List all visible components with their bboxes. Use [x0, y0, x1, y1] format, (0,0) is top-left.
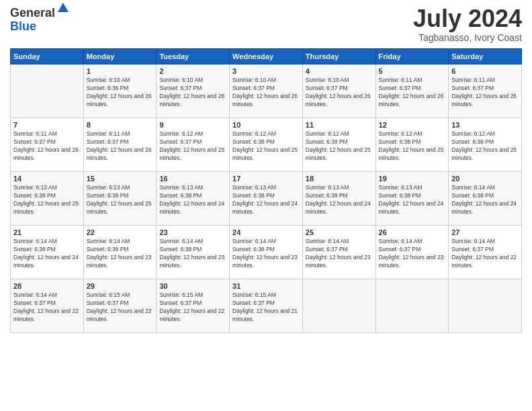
day-info: Sunrise: 6:10 AM Sunset: 6:37 PM Dayligh… — [159, 77, 226, 109]
calendar-cell: 25 Sunrise: 6:14 AM Sunset: 6:37 PM Dayl… — [302, 226, 375, 279]
day-number: 9 — [159, 121, 226, 129]
logo-general: General — [10, 7, 55, 20]
calendar-cell — [449, 279, 522, 333]
day-number: 24 — [232, 228, 300, 236]
day-number: 1 — [87, 67, 154, 75]
day-number: 14 — [13, 175, 81, 183]
header-row: Sunday Monday Tuesday Wednesday Thursday… — [11, 49, 522, 64]
day-number: 20 — [451, 175, 519, 183]
day-number: 26 — [379, 228, 446, 236]
day-number: 23 — [159, 228, 226, 236]
day-number: 12 — [379, 121, 446, 129]
day-number: 22 — [87, 228, 154, 236]
day-number: 11 — [306, 121, 373, 129]
calendar-week-5: 28 Sunrise: 6:14 AM Sunset: 6:37 PM Dayl… — [11, 279, 522, 333]
logo-icon — [56, 1, 70, 15]
day-info: Sunrise: 6:15 AM Sunset: 6:37 PM Dayligh… — [159, 291, 226, 324]
col-tuesday: Tuesday — [157, 49, 230, 64]
day-number: 5 — [379, 67, 446, 75]
day-info: Sunrise: 6:10 AM Sunset: 6:37 PM Dayligh… — [306, 77, 373, 109]
day-number: 27 — [451, 228, 519, 236]
month-title: July 2024 — [413, 7, 522, 31]
day-number: 10 — [232, 121, 300, 129]
calendar-cell: 6 Sunrise: 6:11 AM Sunset: 6:37 PM Dayli… — [449, 64, 522, 118]
day-info: Sunrise: 6:11 AM Sunset: 6:37 PM Dayligh… — [87, 130, 154, 163]
day-number: 19 — [379, 175, 446, 183]
day-number: 28 — [13, 282, 81, 290]
logo-blue: Blue — [10, 20, 55, 34]
calendar-cell: 14 Sunrise: 6:13 AM Sunset: 6:38 PM Dayl… — [11, 172, 84, 226]
col-saturday: Saturday — [449, 49, 522, 64]
day-info: Sunrise: 6:12 AM Sunset: 6:38 PM Dayligh… — [379, 130, 446, 163]
day-info: Sunrise: 6:14 AM Sunset: 6:37 PM Dayligh… — [306, 238, 373, 270]
calendar-cell: 22 Sunrise: 6:14 AM Sunset: 6:38 PM Dayl… — [83, 226, 157, 279]
day-number: 8 — [87, 121, 154, 129]
day-number: 3 — [232, 67, 300, 75]
calendar-cell: 1 Sunrise: 6:10 AM Sunset: 6:36 PM Dayli… — [83, 64, 157, 118]
calendar-cell — [375, 279, 449, 333]
calendar-cell: 9 Sunrise: 6:12 AM Sunset: 6:37 PM Dayli… — [157, 118, 230, 172]
calendar-cell — [11, 64, 84, 118]
calendar-cell — [302, 279, 375, 333]
day-info: Sunrise: 6:15 AM Sunset: 6:37 PM Dayligh… — [87, 291, 154, 324]
calendar-week-4: 21 Sunrise: 6:14 AM Sunset: 6:38 PM Dayl… — [11, 226, 522, 279]
day-info: Sunrise: 6:11 AM Sunset: 6:37 PM Dayligh… — [13, 130, 81, 163]
col-thursday: Thursday — [302, 49, 375, 64]
calendar-cell: 12 Sunrise: 6:12 AM Sunset: 6:38 PM Dayl… — [375, 118, 449, 172]
day-number: 7 — [13, 121, 81, 129]
day-number: 15 — [87, 175, 154, 183]
day-info: Sunrise: 6:12 AM Sunset: 6:38 PM Dayligh… — [451, 130, 519, 163]
col-friday: Friday — [375, 49, 449, 64]
calendar-cell: 23 Sunrise: 6:14 AM Sunset: 6:38 PM Dayl… — [157, 226, 230, 279]
day-number: 29 — [87, 282, 154, 290]
calendar-cell: 15 Sunrise: 6:13 AM Sunset: 6:38 PM Dayl… — [83, 172, 157, 226]
day-info: Sunrise: 6:10 AM Sunset: 6:37 PM Dayligh… — [232, 77, 300, 109]
calendar-cell: 4 Sunrise: 6:10 AM Sunset: 6:37 PM Dayli… — [302, 64, 375, 118]
calendar-week-1: 1 Sunrise: 6:10 AM Sunset: 6:36 PM Dayli… — [11, 64, 522, 118]
calendar-cell: 11 Sunrise: 6:12 AM Sunset: 6:38 PM Dayl… — [302, 118, 375, 172]
day-info: Sunrise: 6:14 AM Sunset: 6:37 PM Dayligh… — [379, 238, 446, 270]
day-info: Sunrise: 6:14 AM Sunset: 6:38 PM Dayligh… — [87, 238, 154, 270]
day-info: Sunrise: 6:14 AM Sunset: 6:38 PM Dayligh… — [232, 238, 300, 270]
col-wednesday: Wednesday — [230, 49, 303, 64]
calendar-cell: 7 Sunrise: 6:11 AM Sunset: 6:37 PM Dayli… — [11, 118, 84, 172]
day-info: Sunrise: 6:13 AM Sunset: 6:38 PM Dayligh… — [306, 184, 373, 216]
day-info: Sunrise: 6:14 AM Sunset: 6:38 PM Dayligh… — [451, 184, 519, 216]
title-area: July 2024 Tagbanasso, Ivory Coast — [413, 7, 522, 43]
calendar-cell: 27 Sunrise: 6:14 AM Sunset: 6:37 PM Dayl… — [449, 226, 522, 279]
day-info: Sunrise: 6:14 AM Sunset: 6:38 PM Dayligh… — [13, 238, 81, 270]
day-number: 17 — [232, 175, 300, 183]
calendar-cell: 2 Sunrise: 6:10 AM Sunset: 6:37 PM Dayli… — [157, 64, 230, 118]
calendar-cell: 10 Sunrise: 6:12 AM Sunset: 6:38 PM Dayl… — [230, 118, 303, 172]
day-info: Sunrise: 6:12 AM Sunset: 6:38 PM Dayligh… — [306, 130, 373, 163]
calendar-cell: 21 Sunrise: 6:14 AM Sunset: 6:38 PM Dayl… — [11, 226, 84, 279]
calendar-cell: 3 Sunrise: 6:10 AM Sunset: 6:37 PM Dayli… — [230, 64, 303, 118]
day-number: 30 — [159, 282, 226, 290]
calendar-cell: 20 Sunrise: 6:14 AM Sunset: 6:38 PM Dayl… — [449, 172, 522, 226]
day-number: 16 — [159, 175, 226, 183]
logo: General Blue — [10, 7, 70, 34]
day-info: Sunrise: 6:14 AM Sunset: 6:38 PM Dayligh… — [159, 238, 226, 270]
calendar-cell: 16 Sunrise: 6:13 AM Sunset: 6:38 PM Dayl… — [157, 172, 230, 226]
day-number: 6 — [451, 67, 519, 75]
day-info: Sunrise: 6:13 AM Sunset: 6:38 PM Dayligh… — [159, 184, 226, 216]
day-number: 31 — [232, 282, 300, 290]
calendar-cell: 13 Sunrise: 6:12 AM Sunset: 6:38 PM Dayl… — [449, 118, 522, 172]
day-info: Sunrise: 6:15 AM Sunset: 6:37 PM Dayligh… — [232, 291, 300, 324]
day-number: 13 — [451, 121, 519, 129]
col-monday: Monday — [83, 49, 157, 64]
day-number: 25 — [306, 228, 373, 236]
day-info: Sunrise: 6:10 AM Sunset: 6:36 PM Dayligh… — [87, 77, 154, 109]
day-info: Sunrise: 6:13 AM Sunset: 6:38 PM Dayligh… — [379, 184, 446, 216]
calendar-cell: 30 Sunrise: 6:15 AM Sunset: 6:37 PM Dayl… — [157, 279, 230, 333]
day-info: Sunrise: 6:12 AM Sunset: 6:37 PM Dayligh… — [159, 130, 226, 163]
calendar-cell: 8 Sunrise: 6:11 AM Sunset: 6:37 PM Dayli… — [83, 118, 157, 172]
calendar-cell: 24 Sunrise: 6:14 AM Sunset: 6:38 PM Dayl… — [230, 226, 303, 279]
calendar-cell: 28 Sunrise: 6:14 AM Sunset: 6:37 PM Dayl… — [11, 279, 84, 333]
day-info: Sunrise: 6:13 AM Sunset: 6:38 PM Dayligh… — [87, 184, 154, 216]
day-info: Sunrise: 6:13 AM Sunset: 6:38 PM Dayligh… — [13, 184, 81, 216]
day-info: Sunrise: 6:14 AM Sunset: 6:37 PM Dayligh… — [451, 238, 519, 270]
day-number: 4 — [306, 67, 373, 75]
calendar-cell: 31 Sunrise: 6:15 AM Sunset: 6:37 PM Dayl… — [230, 279, 303, 333]
day-info: Sunrise: 6:11 AM Sunset: 6:37 PM Dayligh… — [451, 77, 519, 109]
